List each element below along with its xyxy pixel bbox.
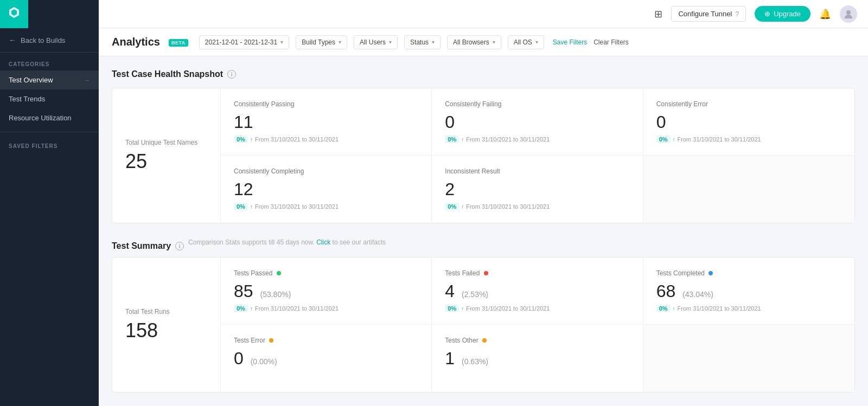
- back-to-builds-label: Back to Builds: [21, 36, 65, 44]
- page-title: Analytics: [112, 36, 160, 48]
- os-filter[interactable]: All OS ▾: [508, 35, 544, 49]
- tests-other-dot: [482, 338, 487, 343]
- chevron-right-icon: →: [84, 76, 90, 84]
- clear-filters-button[interactable]: Clear Filters: [593, 38, 629, 46]
- comparison-link[interactable]: Click: [316, 239, 330, 246]
- consistently-error-pct: 0% ↑ From 31/10/2021 to 30/11/2021: [656, 136, 841, 143]
- health-snapshot-title-text: Test Case Health Snapshot: [112, 69, 223, 79]
- tests-other-value: 1 (0.63%): [445, 349, 629, 369]
- user-avatar[interactable]: [840, 5, 857, 23]
- status-value: Status: [410, 38, 429, 46]
- status-filter[interactable]: Status ▾: [404, 35, 441, 49]
- os-caret-icon: ▾: [535, 39, 538, 45]
- inconsistent-result-range: From 31/10/2021 to 30/11/2021: [466, 203, 550, 210]
- total-test-runs-label: Total Test Runs: [125, 307, 207, 317]
- tests-other-label: Tests Other: [445, 337, 629, 344]
- build-types-caret-icon: ▾: [339, 39, 341, 45]
- tests-completed-subvalue: (43.04%): [682, 290, 713, 299]
- configure-tunnel-label: Configure Tunnel: [678, 10, 732, 18]
- configure-tunnel-button[interactable]: Configure Tunnel ?: [671, 6, 746, 22]
- consistently-failing-card: Consistently Failing 0 0% ↑ From 31/10/2…: [432, 88, 643, 156]
- consistently-error-arrow-icon: ↑: [673, 137, 675, 143]
- inconsistent-result-arrow-icon: ↑: [461, 204, 464, 210]
- consistently-completing-label: Consistently Completing: [234, 167, 418, 175]
- build-types-filter[interactable]: Build Types ▾: [296, 35, 347, 49]
- browsers-filter[interactable]: All Browsers ▾: [447, 35, 501, 49]
- consistently-failing-pct: 0% ↑ From 31/10/2021 to 30/11/2021: [445, 136, 629, 143]
- upgrade-label: Upgrade: [774, 10, 801, 18]
- sidebar-item-resource-utilization[interactable]: Resource Utilization: [0, 108, 99, 127]
- consistently-error-value: 0: [656, 112, 841, 132]
- total-test-runs: Total Test Runs 158: [112, 257, 221, 392]
- tests-error-subvalue: (0.00%): [251, 357, 277, 366]
- svg-point-0: [846, 10, 851, 15]
- tests-passed-dot: [277, 271, 281, 275]
- test-summary-info-icon[interactable]: i: [175, 242, 184, 250]
- health-snapshot-empty-card: [643, 156, 854, 223]
- sidebar-item-resource-utilization-label: Resource Utilization: [9, 114, 72, 122]
- tests-error-value: 0 (0.00%): [234, 349, 418, 369]
- saved-filters-label: SAVED FILTERS: [0, 137, 99, 152]
- browsers-value: All Browsers: [453, 38, 489, 46]
- consistently-failing-pct-badge: 0%: [445, 136, 459, 143]
- tests-passed-value: 85 (53.80%): [234, 281, 418, 301]
- comparison-text: Comparison Stats supports till 45 days n…: [188, 239, 386, 246]
- sidebar-item-test-trends[interactable]: Test Trends: [0, 89, 99, 108]
- tests-passed-label: Tests Passed: [234, 269, 418, 277]
- test-summary-empty-card: [643, 325, 854, 392]
- tests-passed-subvalue: (53.80%): [260, 290, 291, 299]
- tests-failed-pct-badge: 0%: [445, 305, 459, 312]
- tests-error-dot: [269, 338, 273, 343]
- test-summary-title-text: Test Summary: [112, 241, 171, 251]
- health-snapshot-stats-grid: Consistently Passing 11 0% ↑ From 31/10/…: [221, 88, 854, 223]
- content-area: Test Case Health Snapshot i Total Unique…: [99, 56, 868, 406]
- tests-passed-range: From 31/10/2021 to 30/11/2021: [255, 305, 339, 312]
- top-navigation: ⊞ Configure Tunnel ? ⊕ Upgrade 🔔: [99, 0, 868, 28]
- tests-completed-arrow-icon: ↑: [673, 306, 675, 312]
- back-arrow-icon: ←: [9, 36, 16, 44]
- consistently-passing-label: Consistently Passing: [234, 100, 418, 108]
- upgrade-icon: ⊕: [764, 10, 770, 18]
- save-filters-button[interactable]: Save Filters: [553, 38, 587, 46]
- consistently-completing-pct-badge: 0%: [234, 203, 248, 210]
- health-snapshot-total: Total Unique Test Names 25: [112, 88, 221, 223]
- sidebar-divider: [0, 132, 99, 132]
- categories-label: CATEGORIES: [0, 53, 99, 70]
- test-summary-stats-grid: Tests Passed 85 (53.80%) 0% ↑ From 31/10…: [221, 257, 854, 392]
- inconsistent-result-value: 2: [445, 179, 629, 199]
- consistently-passing-card: Consistently Passing 11 0% ↑ From 31/10/…: [221, 88, 432, 156]
- test-summary-section-title: Test Summary i: [112, 241, 184, 251]
- consistently-passing-range: From 31/10/2021 to 30/11/2021: [255, 136, 339, 143]
- tests-completed-label: Tests Completed: [656, 269, 841, 277]
- users-filter[interactable]: All Users ▾: [354, 35, 398, 49]
- consistently-completing-value: 12: [234, 179, 418, 199]
- sidebar-logo: [0, 0, 28, 28]
- users-value: All Users: [360, 38, 386, 46]
- inconsistent-result-pct: 0% ↑ From 31/10/2021 to 30/11/2021: [445, 203, 629, 210]
- grid-icon[interactable]: ⊞: [654, 8, 662, 20]
- health-snapshot-info-icon[interactable]: i: [227, 70, 236, 79]
- notifications-bell-icon[interactable]: 🔔: [819, 8, 831, 20]
- sidebar: ← Back to Builds CATEGORIES Test Overvie…: [0, 0, 99, 406]
- users-caret-icon: ▾: [389, 39, 392, 45]
- tests-completed-card: Tests Completed 68 (43.04%) 0% ↑ From 31…: [643, 257, 854, 325]
- os-value: All OS: [514, 38, 532, 46]
- tests-failed-dot: [484, 271, 488, 275]
- main-content: ⊞ Configure Tunnel ? ⊕ Upgrade 🔔 Analyti…: [99, 0, 868, 406]
- inconsistent-result-label: Inconsistent Result: [445, 167, 629, 175]
- total-unique-test-names-label: Total Unique Test Names: [125, 138, 207, 147]
- upgrade-button[interactable]: ⊕ Upgrade: [755, 6, 810, 22]
- date-range-filter[interactable]: 2021-12-01 - 2021-12-31 ▾: [199, 35, 289, 49]
- header-bar: Analytics BETA 2021-12-01 - 2021-12-31 ▾…: [99, 28, 868, 56]
- tests-completed-pct-badge: 0%: [656, 305, 671, 312]
- consistently-passing-value: 11: [234, 112, 418, 132]
- status-caret-icon: ▾: [432, 39, 435, 45]
- help-icon: ?: [735, 10, 739, 18]
- back-to-builds[interactable]: ← Back to Builds: [0, 28, 99, 53]
- sidebar-item-test-overview[interactable]: Test Overview →: [0, 70, 99, 89]
- tests-completed-dot: [709, 271, 713, 275]
- tests-passed-pct: 0% ↑ From 31/10/2021 to 30/11/2021: [234, 305, 418, 312]
- consistently-completing-arrow-icon: ↑: [250, 204, 253, 210]
- tests-passed-arrow-icon: ↑: [250, 306, 253, 312]
- consistently-failing-range: From 31/10/2021 to 30/11/2021: [466, 136, 550, 143]
